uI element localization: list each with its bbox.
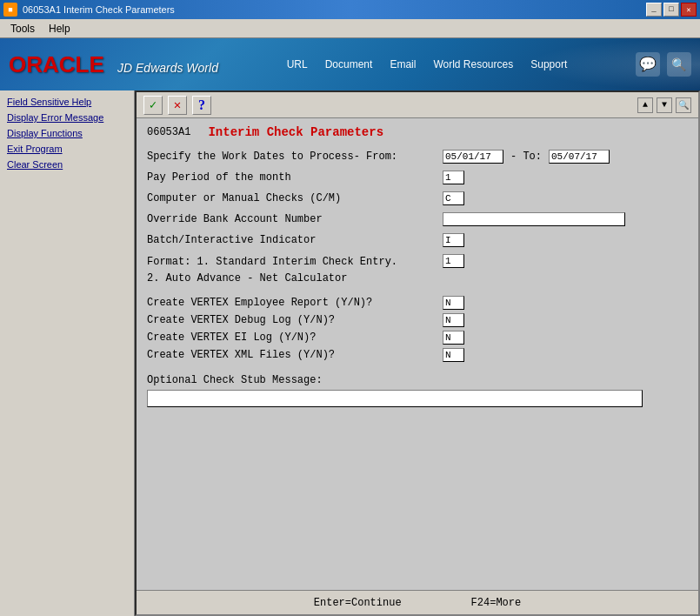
pay-period-input[interactable] [443,171,464,184]
to-label: - To: [510,151,542,163]
oracle-wordmark: ORACLE JD Edwards World [9,51,218,78]
date-row: - To: [443,150,610,164]
scroll-up-icon[interactable]: ▲ [637,97,653,113]
content-area: ✓ ✕ ? ▲ ▼ 🔍 06053A1 Interim Check Parame… [135,90,700,616]
vertex-employee-input[interactable] [443,296,464,310]
cancel-button[interactable]: ✕ [168,96,187,115]
scroll-down-icon[interactable]: ▼ [657,97,672,113]
sidebar: Field Sensitive Help Display Error Messa… [0,90,135,616]
batch-interactive-label: Batch/Interactive Indicator [147,234,443,246]
vertex-xml-row: Create VERTEX XML Files (Y/N)? [147,348,688,362]
sidebar-exit-program[interactable]: Exit Program [0,141,134,157]
oracle-header: ORACLE JD Edwards World URL Document Ema… [0,38,700,90]
f24-more-label: F24=More [471,597,522,609]
help-button[interactable]: ? [192,96,211,115]
vertex-employee-row: Create VERTEX Employee Report (Y/N)? [147,296,688,310]
nav-world-resources[interactable]: World Resources [433,58,513,70]
format-labels: Format: 1. Standard Interim Check Entry.… [147,254,443,287]
form-id: 06053A1 [147,126,190,138]
form-title-row: 06053A1 Interim Check Parameters [147,125,688,139]
vertex-ei-row: Create VERTEX EI Log (Y/N)? [147,331,688,345]
sidebar-clear-screen[interactable]: Clear Screen [0,157,134,172]
vertex-ei-input[interactable] [443,331,464,345]
form-title: Interim Check Parameters [208,125,383,139]
app-icon: ■ [3,3,17,17]
vertex-ei-label: Create VERTEX EI Log (Y/N)? [147,331,443,344]
format-label-1: Format: 1. Standard Interim Check Entry. [147,254,443,271]
computer-manual-input[interactable] [443,191,464,205]
to-date-input[interactable] [549,150,610,164]
menu-tools[interactable]: Tools [3,21,42,37]
zoom-icon[interactable]: 🔍 [676,97,691,113]
nav-support[interactable]: Support [530,58,567,70]
vertex-debug-input[interactable] [443,313,464,327]
vertex-group: Create VERTEX Employee Report (Y/N)? Cre… [147,296,688,362]
nav-url[interactable]: URL [287,58,308,70]
optional-msg-section: Optional Check Stub Message: [147,374,688,407]
batch-interactive-row: Batch/Interactive Indicator [147,233,688,247]
optional-msg-input[interactable] [147,390,643,407]
header-nav: URL Document Email World Resources Suppo… [287,58,568,70]
enter-continue-label: Enter=Continue [314,597,402,609]
computer-manual-label: Computer or Manual Checks (C/M) [147,192,443,204]
menu-bar: Tools Help [0,19,700,38]
jde-text: JD Edwards World [117,61,218,75]
override-bank-label: Override Bank Account Number [147,213,443,225]
override-bank-row: Override Bank Account Number [147,212,688,226]
chat-icon[interactable]: 💬 [636,52,660,77]
from-date-input[interactable] [443,150,503,164]
menu-help[interactable]: Help [42,21,77,37]
batch-interactive-input[interactable] [443,233,464,247]
oracle-logo: ORACLE JD Edwards World [9,51,218,78]
main-container: Field Sensitive Help Display Error Messa… [0,90,700,616]
window-title: 06053A1 Interim Check Parameters [23,4,175,15]
oracle-red-text: ORACLE [9,51,104,77]
form-area: 06053A1 Interim Check Parameters Specify… [137,118,698,590]
optional-msg-label: Optional Check Stub Message: [147,374,688,386]
header-right: 💬 🔍 [636,52,691,77]
vertex-debug-label: Create VERTEX Debug Log (Y/N)? [147,314,443,326]
ok-button[interactable]: ✓ [143,96,163,115]
title-bar: ■ 06053A1 Interim Check Parameters _ □ ✕ [0,0,700,19]
nav-document[interactable]: Document [325,58,373,70]
vertex-xml-input[interactable] [443,348,464,362]
toolbar: ✓ ✕ ? ▲ ▼ 🔍 [137,92,698,118]
search-icon[interactable]: 🔍 [667,52,691,77]
format-label-2: 2. Auto Advance - Net Calculator [147,271,443,287]
title-bar-left: ■ 06053A1 Interim Check Parameters [3,3,175,17]
toolbar-right: ▲ ▼ 🔍 [637,97,691,113]
format-row: Format: 1. Standard Interim Check Entry.… [147,254,688,287]
sidebar-field-sensitive-help[interactable]: Field Sensitive Help [0,94,134,110]
computer-manual-row: Computer or Manual Checks (C/M) [147,191,688,205]
title-bar-buttons[interactable]: _ □ ✕ [646,3,697,17]
vertex-employee-label: Create VERTEX Employee Report (Y/N)? [147,297,443,309]
nav-email[interactable]: Email [390,58,416,70]
close-button[interactable]: ✕ [681,3,697,17]
vertex-debug-row: Create VERTEX Debug Log (Y/N)? [147,313,688,327]
bottom-bar: Enter=Continue F24=More [137,590,698,614]
vertex-xml-label: Create VERTEX XML Files (Y/N)? [147,349,443,361]
work-dates-row: Specify the Work Dates to Process- From:… [147,150,688,164]
override-bank-input[interactable] [443,212,625,226]
work-dates-label: Specify the Work Dates to Process- From: [147,151,443,163]
sidebar-display-error-message[interactable]: Display Error Message [0,110,134,125]
format-input[interactable] [443,254,464,268]
sidebar-display-functions[interactable]: Display Functions [0,125,134,141]
minimize-button[interactable]: _ [646,3,662,17]
pay-period-row: Pay Period of the month [147,171,688,184]
maximize-button[interactable]: □ [663,3,679,17]
pay-period-label: Pay Period of the month [147,171,443,184]
